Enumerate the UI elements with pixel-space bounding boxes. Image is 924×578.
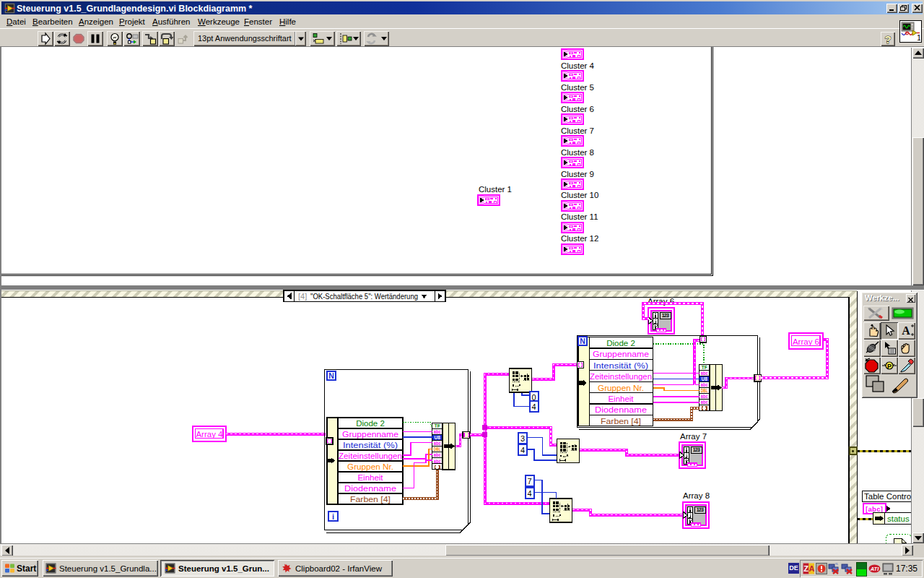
svg-text:DBL: DBL (701, 388, 708, 393)
svg-text:Gruppen Nr.: Gruppen Nr. (347, 462, 393, 471)
svg-text:Diodenname: Diodenname (595, 405, 647, 414)
svg-text:Einheit: Einheit (357, 473, 383, 482)
svg-text:Diode 2: Diode 2 (606, 339, 635, 348)
svg-text:0: 0 (531, 393, 536, 402)
svg-text:abc: abc (701, 371, 708, 376)
svg-text:Array 6: Array 6 (793, 337, 819, 346)
svg-text:abc: abc (434, 429, 441, 434)
svg-text:Array 4: Array 4 (196, 430, 223, 439)
svg-text:TF: TF (435, 423, 440, 428)
svg-text:Diode 2: Diode 2 (356, 419, 385, 428)
svg-text:4: 4 (520, 446, 525, 454)
svg-text:Cluster 1: Cluster 1 (479, 185, 512, 194)
svg-text:U8: U8 (702, 376, 708, 381)
svg-text:status: status (887, 514, 910, 523)
svg-text:4: 4 (531, 402, 536, 411)
svg-text:DBL: DBL (434, 447, 441, 452)
svg-text:abc: abc (701, 400, 708, 405)
svg-text:Cluster 8: Cluster 8 (561, 148, 594, 157)
svg-text:[abc]: [abc] (866, 505, 883, 513)
svg-text:Cluster 9: Cluster 9 (561, 170, 594, 178)
svg-text:Array 8: Array 8 (683, 491, 710, 500)
svg-text:Cluster 5: Cluster 5 (561, 83, 594, 92)
svg-text:ATI: ATI (870, 566, 879, 572)
svg-text:abc: abc (701, 382, 708, 387)
svg-text:"OK-Schaltfläche 5": Wertänder: "OK-Schaltfläche 5": Wertänderung (310, 292, 418, 301)
svg-text:A: A (809, 564, 814, 573)
svg-text:Diodenname: Diodenname (344, 484, 396, 493)
svg-text:abc: abc (701, 394, 708, 399)
svg-text:Gruppenname: Gruppenname (593, 350, 649, 358)
svg-text:Cluster 12: Cluster 12 (561, 234, 598, 243)
svg-text:Cluster 7: Cluster 7 (561, 126, 594, 135)
svg-text:P: P (887, 363, 892, 370)
svg-text:Table Control: Table Control (864, 492, 913, 501)
svg-text:?: ? (884, 33, 891, 46)
svg-text:Zeiteinstellungen: Zeiteinstellungen (590, 372, 652, 381)
svg-text:Gruppenname: Gruppenname (342, 430, 398, 439)
svg-text:[4]: [4] (298, 292, 307, 301)
svg-text:abc: abc (434, 452, 441, 457)
svg-text:3: 3 (520, 434, 525, 443)
svg-text:Cluster 10: Cluster 10 (561, 191, 598, 199)
svg-text:A: A (902, 324, 910, 337)
svg-text:4: 4 (527, 489, 531, 498)
svg-text:Zeiteinstellungen: Zeiteinstellungen (339, 452, 402, 460)
svg-text:Z: Z (803, 564, 808, 573)
svg-text:abc: abc (434, 459, 441, 464)
svg-text:Cluster 4: Cluster 4 (561, 61, 595, 70)
svg-text:Gruppen Nr.: Gruppen Nr. (598, 384, 644, 392)
svg-text:Farben [4]: Farben [4] (350, 495, 391, 504)
svg-text:U8: U8 (435, 435, 441, 440)
svg-text:abc: abc (434, 441, 441, 446)
svg-text:Farben [4]: Farben [4] (601, 417, 641, 426)
svg-text:1: 1 (917, 33, 920, 41)
svg-text:Cluster 11: Cluster 11 (561, 212, 598, 221)
svg-text:Einheit: Einheit (608, 394, 634, 403)
svg-text:TF: TF (702, 365, 707, 370)
svg-text:Cluster 6: Cluster 6 (561, 105, 594, 113)
svg-text:7: 7 (527, 477, 531, 486)
svg-text:Intensität (%): Intensität (%) (343, 441, 398, 449)
svg-text:Intensität (%): Intensität (%) (593, 361, 648, 370)
svg-text:Array 7: Array 7 (680, 432, 707, 441)
